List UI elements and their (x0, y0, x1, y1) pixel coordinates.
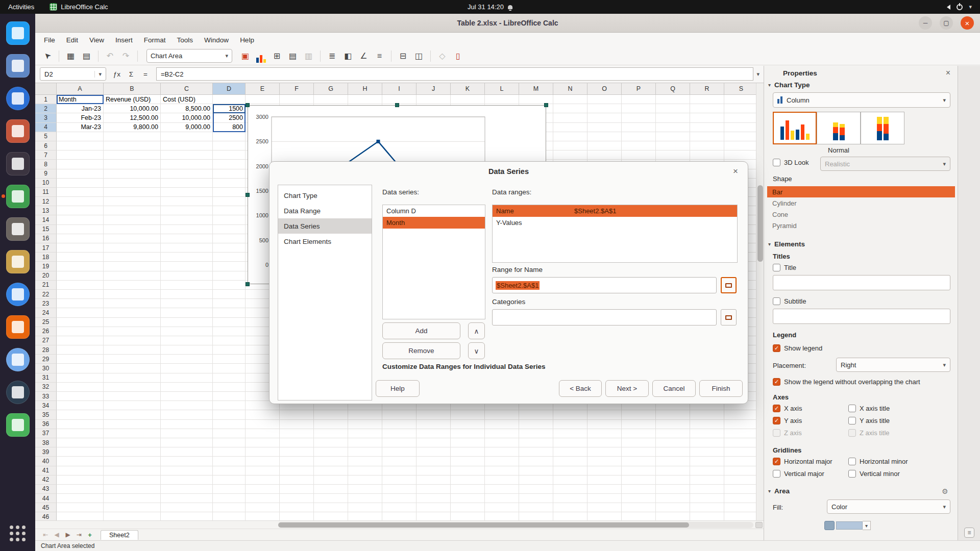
cell-C42[interactable] (161, 475, 213, 485)
row-header-20[interactable]: 20 (35, 271, 57, 281)
cell-C28[interactable] (161, 345, 213, 355)
cell-N37[interactable] (553, 429, 587, 438)
cell-Q43[interactable] (656, 485, 690, 494)
cell-L45[interactable] (485, 503, 519, 512)
cell-P41[interactable] (622, 466, 656, 475)
cell-N41[interactable] (553, 466, 587, 475)
row-header-29[interactable]: 29 (35, 355, 57, 364)
row-header-42[interactable]: 42 (35, 475, 57, 485)
cell-E38[interactable] (246, 438, 280, 447)
cell-C22[interactable] (161, 290, 213, 299)
cell-A35[interactable] (57, 410, 104, 419)
horizontal-grid-icon[interactable]: ⊟ (396, 49, 410, 63)
cell-D29[interactable] (213, 355, 246, 364)
cell-B14[interactable] (104, 215, 161, 224)
row-header-10[interactable]: 10 (35, 179, 57, 188)
cell-J1[interactable] (416, 95, 451, 104)
cell-R7[interactable] (690, 151, 724, 160)
cell-E36[interactable] (246, 420, 280, 429)
cell-B27[interactable] (104, 336, 161, 345)
axes-icon[interactable]: ∠ (357, 49, 371, 63)
cell-N45[interactable] (553, 503, 587, 512)
cell-P46[interactable] (622, 512, 656, 520)
menu-tools[interactable]: Tools (172, 34, 199, 46)
cell-B45[interactable] (104, 503, 161, 512)
cell-A30[interactable] (57, 364, 104, 373)
cell-Q2[interactable] (656, 104, 690, 113)
data-in-rows-icon[interactable]: ▤ (286, 49, 300, 63)
cell-C1[interactable]: Cost (USD) (161, 95, 213, 104)
vertical-grid-icon[interactable]: ◫ (412, 49, 426, 63)
cell-S40[interactable] (724, 457, 756, 466)
series-item[interactable]: Month (383, 217, 485, 229)
close-icon[interactable]: × (946, 68, 950, 78)
dialog-nav-chart-elements[interactable]: Chart Elements (278, 234, 372, 249)
sidebar-settings-icon[interactable]: ≡ (964, 528, 974, 538)
cell-D20[interactable] (213, 271, 246, 281)
row-header-28[interactable]: 28 (35, 345, 57, 355)
cell-B40[interactable] (104, 457, 161, 466)
menu-help[interactable]: Help (234, 34, 260, 46)
cell-A44[interactable] (57, 494, 104, 503)
cell-R3[interactable] (690, 113, 724, 122)
cell-A16[interactable] (57, 234, 104, 243)
cell-R35[interactable] (690, 410, 724, 419)
cell-D39[interactable] (213, 447, 246, 457)
row-header-35[interactable]: 35 (35, 410, 57, 419)
row-header-5[interactable]: 5 (35, 132, 57, 141)
row-header-19[interactable]: 19 (35, 262, 57, 271)
cell-L37[interactable] (485, 429, 519, 438)
dock-chromium-icon[interactable] (6, 348, 30, 371)
cell-C36[interactable] (161, 420, 213, 429)
column-header-Q[interactable]: Q (656, 83, 690, 95)
cell-O1[interactable] (587, 95, 622, 104)
cell-L41[interactable] (485, 466, 519, 475)
column-header-D[interactable]: D (213, 83, 246, 95)
cell-A8[interactable] (57, 160, 104, 169)
cell-N46[interactable] (553, 512, 587, 520)
cell-D24[interactable] (213, 308, 246, 317)
cell-A24[interactable] (57, 308, 104, 317)
cell-C15[interactable] (161, 225, 213, 234)
cell-M36[interactable] (519, 420, 553, 429)
subtype-percent-stacked[interactable] (861, 112, 904, 144)
column-header-G[interactable]: G (314, 83, 348, 95)
cell-A43[interactable] (57, 485, 104, 494)
cell-B25[interactable] (104, 318, 161, 327)
cell-D22[interactable] (213, 290, 246, 299)
cell-C23[interactable] (161, 299, 213, 308)
cell-A23[interactable] (57, 299, 104, 308)
cell-Q44[interactable] (656, 494, 690, 503)
cell-S3[interactable] (724, 113, 756, 122)
y-axis-title-checkbox[interactable] (848, 417, 856, 424)
column-header-A[interactable]: A (57, 83, 104, 95)
cell-R36[interactable] (690, 420, 724, 429)
cell-E35[interactable] (246, 410, 280, 419)
cell-P4[interactable] (622, 123, 656, 132)
cell-D45[interactable] (213, 503, 246, 512)
cell-P45[interactable] (622, 503, 656, 512)
row-header-16[interactable]: 16 (35, 234, 57, 243)
cell-N42[interactable] (553, 475, 587, 485)
close-icon[interactable]: × (729, 165, 742, 178)
cell-P1[interactable] (622, 95, 656, 104)
cell-B44[interactable] (104, 494, 161, 503)
column-header-E[interactable]: E (246, 83, 280, 95)
chart-type-dropdown[interactable]: Column ▾ (773, 92, 950, 108)
cell-B21[interactable] (104, 281, 161, 290)
row-header-34[interactable]: 34 (35, 401, 57, 410)
cell-H43[interactable] (348, 485, 382, 494)
cell-L35[interactable] (485, 410, 519, 419)
cell-C19[interactable] (161, 262, 213, 271)
cell-N3[interactable] (553, 113, 587, 122)
cell-K1[interactable] (451, 95, 485, 104)
cell-S7[interactable] (724, 151, 756, 160)
titles-icon[interactable]: ≣ (325, 49, 339, 63)
cell-A32[interactable] (57, 383, 104, 392)
cell-H39[interactable] (348, 447, 382, 457)
cell-A6[interactable] (57, 141, 104, 151)
cell-O5[interactable] (587, 132, 622, 141)
cell-E42[interactable] (246, 475, 280, 485)
menu-window[interactable]: Window (199, 34, 234, 46)
cell-C35[interactable] (161, 410, 213, 419)
